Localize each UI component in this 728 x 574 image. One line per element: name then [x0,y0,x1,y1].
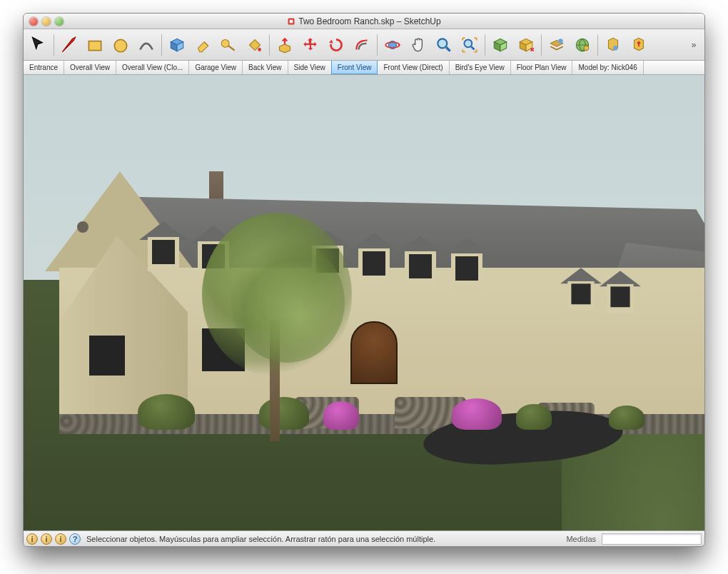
offset-tool[interactable] [350,33,374,57]
dormer [448,238,485,288]
dormer [605,271,636,313]
window [89,336,125,376]
pan-tool[interactable] [406,33,430,57]
dormer [355,233,393,283]
measurements-input[interactable] [602,533,702,545]
get-models-tool[interactable] [514,33,538,57]
status-hint: Seleccionar objetos. Mayúsculas para amp… [84,535,560,543]
zoom-button[interactable] [55,17,64,26]
shadows-tool[interactable] [627,33,651,57]
rotate-tool[interactable] [324,33,348,57]
window-title-text: Two Bedroom Ranch.skp – SketchUp [298,16,440,26]
titlebar: Two Bedroom Ranch.skp – SketchUp [24,14,704,29]
scene-tab-side-view[interactable]: Side View [288,61,332,74]
tape-measure-tool[interactable] [216,33,241,57]
scene-tab-garage-view[interactable]: Garage View [189,61,243,74]
scene-tab-overall-view-closed[interactable]: Overall View (Clo... [116,61,189,74]
outliner-tool[interactable] [570,33,595,57]
dormer [565,268,597,311]
scene-tab-floor-plan-view[interactable]: Floor Plan View [511,61,573,74]
window-title: Two Bedroom Ranch.skp – SketchUp [24,16,704,26]
toolbar-separator [377,34,378,56]
svg-rect-0 [288,18,295,24]
scene-tab-model-by[interactable]: Model by: Nick046 [572,61,643,74]
rectangle-tool[interactable] [83,33,107,57]
minimize-button[interactable] [42,17,51,26]
window-controls [29,17,64,26]
app-window: Two Bedroom Ranch.skp – SketchUp [23,13,705,547]
layers-tool[interactable] [545,33,569,57]
status-button-1[interactable]: i [26,533,38,545]
circle-tool[interactable] [108,33,133,57]
scene-tabs: Entrance Overall View Overall View (Clo.… [24,61,704,75]
svg-point-4 [221,39,229,47]
add-location-tool[interactable] [488,33,512,57]
status-bar: i i i ? Seleccionar objetos. Mayúsculas … [24,530,704,546]
model-viewport[interactable] [24,75,704,530]
gable-vent-icon [77,221,89,233]
tree [202,213,352,441]
measurements-label: Medidas [563,535,599,543]
toolbar-separator [597,34,598,56]
scene-tab-front-view[interactable]: Front View [331,61,378,74]
shrub [138,394,195,430]
shrub [516,404,552,430]
eraser-tool[interactable] [191,33,215,57]
arc-tool[interactable] [134,33,158,57]
status-button-2[interactable]: i [41,533,52,545]
line-tool[interactable] [57,33,81,57]
shrub [452,398,502,430]
move-tool[interactable] [298,33,323,57]
scene-tab-birds-eye-view[interactable]: Bird's Eye View [450,61,511,74]
dormer [402,236,439,286]
svg-rect-2 [89,41,101,50]
svg-point-8 [438,39,447,48]
svg-point-3 [114,39,126,51]
scene-tab-front-view-direct[interactable]: Front View (Direct) [378,61,449,74]
front-door [350,321,398,384]
status-button-3[interactable]: i [55,533,66,545]
sketchup-file-icon [287,17,295,26]
select-tool[interactable] [26,33,51,57]
svg-point-5 [258,48,261,51]
toolbar-separator [541,34,542,56]
main-toolbar: » [24,29,704,61]
svg-rect-1 [290,19,293,23]
zoom-extents-tool[interactable] [457,33,482,57]
svg-point-10 [558,39,563,44]
svg-point-9 [464,39,472,47]
paint-bucket-tool[interactable] [242,33,266,57]
help-button[interactable]: ? [69,533,81,545]
svg-point-12 [584,46,589,51]
toolbar-separator [269,34,270,56]
svg-point-13 [613,46,618,51]
scene-tab-entrance[interactable]: Entrance [24,61,64,74]
scene-tab-overall-view[interactable]: Overall View [64,61,116,74]
dormer [145,221,182,271]
toolbar-separator [161,34,162,56]
toolbar-separator [485,34,485,56]
close-button[interactable] [29,17,38,26]
house-model [38,150,704,434]
push-pull-tool[interactable] [273,33,297,57]
zoom-tool[interactable] [432,33,456,57]
toolbar-separator [54,34,54,56]
shrub [609,406,644,430]
scenes-tool[interactable] [601,33,625,57]
toolbar-overflow-button[interactable]: » [686,40,702,50]
make-component-tool[interactable] [165,33,189,57]
orbit-tool[interactable] [380,33,405,57]
scene-tab-back-view[interactable]: Back View [243,61,288,74]
